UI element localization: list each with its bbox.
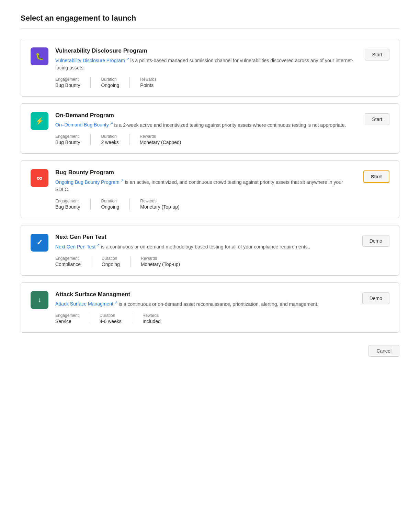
meta-engagement-odp: EngagementBug Bounty xyxy=(55,134,91,145)
card-action-odp: Start xyxy=(365,112,389,125)
meta-duration-ngpt: DurationOngoing xyxy=(102,256,130,267)
meta-rewards-label-asm: Rewards xyxy=(143,313,161,318)
meta-engagement-label-odp: Engagement xyxy=(55,134,80,139)
engagement-cards-list: 🐛Vulnerability Disclosure ProgramVulnera… xyxy=(21,39,399,333)
page-title: Select an engagement to launch xyxy=(21,14,399,29)
card-title-vdp: Vulnerability Disclosure Program xyxy=(55,47,358,54)
card-title-asm: Attack Surface Managment xyxy=(55,291,355,298)
card-meta-bbp: EngagementBug BountyDurationOngoingRewar… xyxy=(55,199,356,210)
meta-duration-label-bbp: Duration xyxy=(101,199,119,203)
card-title-odp: On-Demand Program xyxy=(55,112,358,119)
meta-duration-value-vdp: Ongoing xyxy=(101,82,119,88)
engagement-card-bbp: ∞Bug Bounty ProgramOngoing Bug Bounty Pr… xyxy=(21,160,399,218)
card-action-asm: Demo xyxy=(362,291,389,304)
card-link-ngpt[interactable]: Next Gen Pen Test xyxy=(55,244,100,249)
meta-engagement-value-asm: Service xyxy=(55,319,79,324)
card-body-vdp: Vulnerability Disclosure ProgramVulnerab… xyxy=(55,47,358,88)
meta-duration-label-vdp: Duration xyxy=(101,77,119,82)
card-description-vdp: Vulnerability Disclosure Program is a po… xyxy=(55,56,358,71)
meta-duration-bbp: DurationOngoing xyxy=(101,199,130,210)
meta-duration-value-bbp: Ongoing xyxy=(101,204,119,210)
meta-rewards-value-bbp: Monetary (Top-up) xyxy=(140,204,179,210)
meta-rewards-value-odp: Monetary (Capped) xyxy=(140,140,181,145)
meta-rewards-vdp: RewardsPoints xyxy=(140,77,167,88)
bolt-icon: ⚡ xyxy=(31,112,48,130)
engagement-card-vdp: 🐛Vulnerability Disclosure ProgramVulnera… xyxy=(21,39,399,97)
asm-demo-button[interactable]: Demo xyxy=(362,292,389,304)
meta-duration-label-odp: Duration xyxy=(101,134,118,139)
meta-engagement-label-vdp: Engagement xyxy=(55,77,80,82)
card-meta-asm: EngagementServiceDuration4-6 weeksReward… xyxy=(55,313,355,324)
card-body-odp: On-Demand ProgramOn–Demand Bug Bounty is… xyxy=(55,112,358,145)
engagement-card-ngpt: ✓Next Gen Pen TestNext Gen Pen Test is a… xyxy=(21,225,399,276)
meta-rewards-asm: RewardsIncluded xyxy=(143,313,171,324)
card-action-ngpt: Demo xyxy=(362,234,389,247)
card-description-ngpt: Next Gen Pen Test is a continuous or on-… xyxy=(55,242,355,251)
odp-start-button[interactable]: Start xyxy=(365,113,389,125)
meta-engagement-label-asm: Engagement xyxy=(55,313,79,318)
card-body-ngpt: Next Gen Pen TestNext Gen Pen Test is a … xyxy=(55,234,355,267)
meta-engagement-asm: EngagementService xyxy=(55,313,89,324)
card-link-bbp[interactable]: Ongoing Bug Bounty Program xyxy=(55,179,124,185)
meta-engagement-label-ngpt: Engagement xyxy=(55,256,81,261)
card-description-asm: Attack Surface Managment is a continuous… xyxy=(55,300,355,308)
meta-rewards-value-vdp: Points xyxy=(140,82,156,88)
meta-engagement-bbp: EngagementBug Bounty xyxy=(55,199,91,210)
card-action-vdp: Start xyxy=(365,47,389,60)
card-title-bbp: Bug Bounty Program xyxy=(55,169,356,176)
engagement-card-asm: ↓Attack Surface ManagmentAttack Surface … xyxy=(21,282,399,333)
card-link-odp[interactable]: On–Demand Bug Bounty xyxy=(55,122,113,127)
card-meta-vdp: EngagementBug BountyDurationOngoingRewar… xyxy=(55,77,358,88)
meta-duration-label-asm: Duration xyxy=(100,313,122,318)
card-link-asm[interactable]: Attack Surface Managment xyxy=(55,301,117,307)
meta-duration-odp: Duration2 weeks xyxy=(101,134,129,145)
checkmark-icon: ✓ xyxy=(31,234,48,252)
card-meta-ngpt: EngagementComplianceDurationOngoingRewar… xyxy=(55,256,355,267)
bbp-start-button[interactable]: Start xyxy=(363,170,389,183)
meta-engagement-ngpt: EngagementCompliance xyxy=(55,256,91,267)
card-meta-odp: EngagementBug BountyDuration2 weeksRewar… xyxy=(55,134,358,145)
meta-rewards-label-vdp: Rewards xyxy=(140,77,156,82)
card-title-ngpt: Next Gen Pen Test xyxy=(55,234,355,241)
meta-engagement-label-bbp: Engagement xyxy=(55,199,80,203)
meta-engagement-vdp: EngagementBug Bounty xyxy=(55,77,91,88)
card-body-bbp: Bug Bounty ProgramOngoing Bug Bounty Pro… xyxy=(55,169,356,210)
meta-duration-label-ngpt: Duration xyxy=(102,256,120,261)
meta-engagement-value-vdp: Bug Bounty xyxy=(55,82,80,88)
meta-duration-vdp: DurationOngoing xyxy=(101,77,130,88)
meta-engagement-value-ngpt: Compliance xyxy=(55,262,81,267)
cancel-button[interactable]: Cancel xyxy=(368,345,399,357)
meta-rewards-bbp: RewardsMonetary (Top-up) xyxy=(140,199,190,210)
meta-rewards-label-bbp: Rewards xyxy=(140,199,179,203)
engagement-card-odp: ⚡On-Demand ProgramOn–Demand Bug Bounty i… xyxy=(21,103,399,154)
footer: Cancel xyxy=(21,345,399,357)
download-icon: ↓ xyxy=(31,291,48,309)
meta-rewards-odp: RewardsMonetary (Capped) xyxy=(140,134,192,145)
meta-rewards-label-ngpt: Rewards xyxy=(141,256,180,261)
meta-engagement-value-bbp: Bug Bounty xyxy=(55,204,80,210)
meta-rewards-value-ngpt: Monetary (Top-up) xyxy=(141,262,180,267)
card-action-bbp: Start xyxy=(363,169,389,183)
meta-engagement-value-odp: Bug Bounty xyxy=(55,140,80,145)
meta-rewards-value-asm: Included xyxy=(143,319,161,324)
bug-icon: 🐛 xyxy=(31,47,48,65)
meta-duration-value-asm: 4-6 weeks xyxy=(100,319,122,324)
ngpt-demo-button[interactable]: Demo xyxy=(362,235,389,247)
meta-rewards-ngpt: RewardsMonetary (Top-up) xyxy=(141,256,190,267)
meta-duration-value-odp: 2 weeks xyxy=(101,140,118,145)
card-description-bbp: Ongoing Bug Bounty Program is an active,… xyxy=(55,178,356,193)
card-description-odp: On–Demand Bug Bounty is a 2-week active … xyxy=(55,121,358,129)
card-body-asm: Attack Surface ManagmentAttack Surface M… xyxy=(55,291,355,324)
vdp-start-button[interactable]: Start xyxy=(365,49,389,60)
meta-duration-asm: Duration4-6 weeks xyxy=(100,313,132,324)
card-link-vdp[interactable]: Vulnerability Disclosure Program xyxy=(55,58,129,63)
meta-duration-value-ngpt: Ongoing xyxy=(102,262,120,267)
infinity-icon: ∞ xyxy=(31,169,48,187)
meta-rewards-label-odp: Rewards xyxy=(140,134,181,139)
